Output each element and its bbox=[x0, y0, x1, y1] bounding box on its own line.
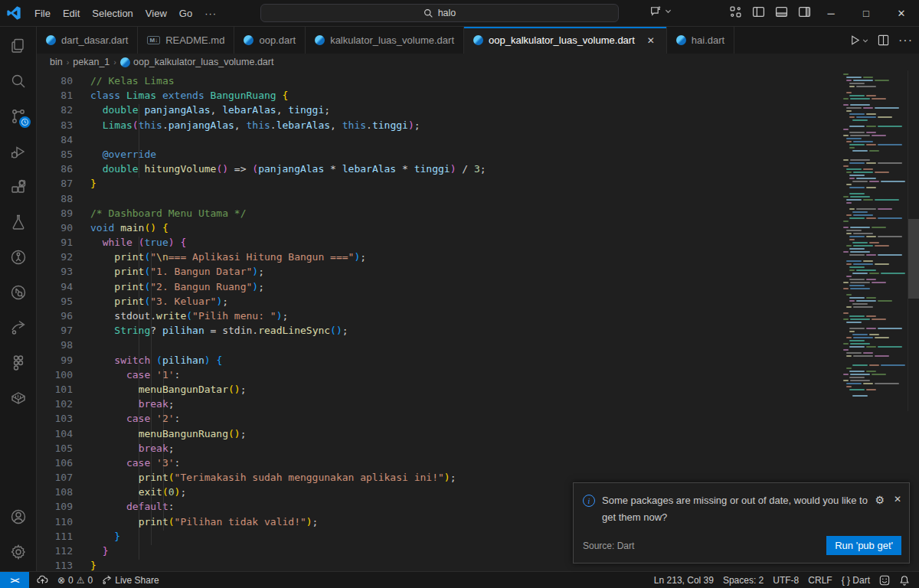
line-content: stdout.write("Pilih menu: "); bbox=[73, 309, 288, 323]
activity-blocks-icon[interactable] bbox=[0, 345, 37, 381]
breadcrumb-segment-oop_kalkulator_luas_volume.dart[interactable]: oop_kalkulator_luas_volume.dart bbox=[120, 57, 273, 67]
line-content: } bbox=[73, 176, 96, 191]
minimap[interactable] bbox=[840, 70, 908, 411]
code-line-88[interactable]: 88 bbox=[37, 191, 835, 206]
menu-item-file[interactable]: File bbox=[28, 5, 57, 22]
tab-dart_dasar.dart[interactable]: dart_dasar.dart bbox=[37, 27, 138, 54]
code-line-82[interactable]: 82 double panjangAlas, lebarAlas, tinggi… bbox=[37, 103, 835, 117]
status-crlf[interactable]: CRLF bbox=[803, 572, 836, 588]
menu-overflow[interactable]: ··· bbox=[198, 5, 223, 22]
code-line-92[interactable]: 92 print("\n=== Aplikasi Hitung Bangun =… bbox=[37, 250, 835, 264]
breadcrumb-segment-bin[interactable]: bin bbox=[50, 57, 63, 67]
activity-explorer-icon[interactable] bbox=[0, 28, 37, 64]
activity-circle-search-icon[interactable] bbox=[0, 275, 37, 310]
command-center-search[interactable]: halo bbox=[260, 4, 619, 22]
minimize-button[interactable]: ─ bbox=[813, 0, 849, 26]
code-line-89[interactable]: 89/* Dashboard Menu Utama */ bbox=[37, 206, 835, 220]
code-line-102[interactable]: 102 break; bbox=[37, 397, 835, 411]
code-line-98[interactable]: 98 bbox=[37, 338, 835, 352]
activity-testing-icon[interactable] bbox=[0, 204, 37, 240]
activity-accounts-icon[interactable] bbox=[0, 499, 37, 534]
toggle-sidebar-icon[interactable] bbox=[752, 5, 765, 18]
activity-search-icon[interactable] bbox=[0, 64, 37, 99]
code-line-95[interactable]: 95 print("3. Keluar"); bbox=[37, 294, 835, 309]
code-line-83[interactable]: 83 Limas(this.panjangAlas, this.lebarAla… bbox=[37, 118, 835, 132]
status-utf-8[interactable]: UTF-8 bbox=[768, 572, 803, 588]
publish-changes-button[interactable] bbox=[32, 572, 53, 588]
code-line-81[interactable]: 81class Limas extends BangunRuang { bbox=[37, 88, 835, 103]
menu-item-selection[interactable]: Selection bbox=[86, 5, 139, 22]
run-button[interactable] bbox=[849, 34, 868, 46]
tab-close-icon[interactable]: ✕ bbox=[645, 34, 657, 47]
code-line-105[interactable]: 105 break; bbox=[37, 441, 835, 456]
code-line-99[interactable]: 99 switch (pilihan) { bbox=[37, 353, 835, 368]
copilot-button[interactable] bbox=[649, 5, 672, 18]
toggle-panel-icon[interactable] bbox=[775, 5, 788, 18]
errors-icon: ⊗ bbox=[57, 575, 65, 586]
code-line-84[interactable]: 84 bbox=[37, 132, 835, 147]
copilot-icon bbox=[649, 5, 662, 18]
activity-extensions-icon[interactable] bbox=[0, 169, 37, 204]
menu-item-view[interactable]: View bbox=[139, 5, 173, 22]
notification-close-icon[interactable]: ✕ bbox=[894, 494, 901, 505]
line-content: case '3': bbox=[73, 456, 180, 470]
activity-source-control-icon[interactable] bbox=[0, 99, 37, 134]
status-spaces-2[interactable]: Spaces: 2 bbox=[718, 572, 768, 588]
toggle-secondary-sidebar-icon[interactable] bbox=[798, 5, 811, 18]
code-line-90[interactable]: 90void main() { bbox=[37, 220, 835, 235]
code-line-97[interactable]: 97 String? pilihan = stdin.readLineSync(… bbox=[37, 323, 835, 338]
editor-scrollbar[interactable] bbox=[908, 219, 919, 299]
source-control-badge bbox=[19, 116, 31, 128]
notification-settings-icon[interactable]: ⚙ bbox=[875, 494, 885, 506]
activity-container-icon[interactable] bbox=[0, 381, 37, 416]
line-content: menuBangunDatar(); bbox=[73, 382, 247, 397]
status-dart[interactable]: { } Dart bbox=[837, 572, 875, 588]
notifications-bell-icon[interactable] bbox=[894, 572, 914, 588]
tab-oop.dart[interactable]: oop.dart bbox=[234, 27, 306, 54]
split-editor-icon[interactable] bbox=[878, 34, 889, 46]
status-ln-213-col-39[interactable]: Ln 213, Col 39 bbox=[649, 572, 718, 588]
code-line-86[interactable]: 86 double hitungVolume() => (panjangAlas… bbox=[37, 162, 835, 176]
activity-settings-icon[interactable] bbox=[0, 534, 37, 570]
run-pub-get-button[interactable]: Run 'pub get' bbox=[826, 536, 901, 555]
close-window-button[interactable]: ✕ bbox=[884, 0, 919, 26]
line-content bbox=[73, 191, 90, 206]
line-number: 89 bbox=[37, 206, 73, 220]
tab-kalkulator_luas_volume.dart[interactable]: kalkulator_luas_volume.dart bbox=[306, 27, 464, 54]
code-line-94[interactable]: 94 print("2. Bangun Ruang"); bbox=[37, 279, 835, 294]
activity-run-debug-icon[interactable] bbox=[0, 134, 37, 169]
dart-file-icon bbox=[473, 35, 483, 45]
tab-oop_kalkulator_luas_volume.dart[interactable]: oop_kalkulator_luas_volume.dart✕ bbox=[464, 27, 667, 54]
tab-hai.dart[interactable]: hai.dart bbox=[667, 27, 734, 54]
code-line-93[interactable]: 93 print("1. Bangun Datar"); bbox=[37, 264, 835, 279]
breadcrumb-segment-pekan_1[interactable]: pekan_1 bbox=[73, 57, 110, 67]
problems-indicator[interactable]: ⊗ 0 ⚠ 0 bbox=[53, 572, 97, 588]
maximize-button[interactable]: □ bbox=[849, 0, 884, 26]
code-line-96[interactable]: 96 stdout.write("Pilih menu: "); bbox=[37, 309, 835, 323]
line-number: 97 bbox=[37, 323, 73, 338]
activity-share-arrow-icon[interactable] bbox=[0, 310, 37, 345]
code-line-91[interactable]: 91 while (true) { bbox=[37, 235, 835, 250]
line-number: 96 bbox=[37, 309, 73, 323]
line-number: 101 bbox=[37, 382, 73, 397]
more-actions-icon[interactable]: ··· bbox=[898, 34, 913, 47]
live-share-button[interactable]: Live Share bbox=[97, 572, 163, 588]
feedback-smiley-icon[interactable] bbox=[875, 572, 894, 588]
customize-layout-icon[interactable] bbox=[729, 5, 742, 18]
activity-circle-graph-icon[interactable] bbox=[0, 240, 37, 275]
code-line-106[interactable]: 106 case '3': bbox=[37, 456, 835, 470]
line-content: break; bbox=[73, 441, 175, 456]
menu-item-go[interactable]: Go bbox=[173, 5, 198, 22]
code-line-80[interactable]: 80// Kelas Limas bbox=[37, 74, 835, 88]
code-line-104[interactable]: 104 menuBangunRuang(); bbox=[37, 426, 835, 441]
menu-item-edit[interactable]: Edit bbox=[57, 5, 86, 22]
tab-label: README.md bbox=[165, 34, 224, 46]
code-line-85[interactable]: 85 @override bbox=[37, 147, 835, 162]
markdown-file-icon: M↓ bbox=[147, 36, 160, 44]
code-line-101[interactable]: 101 menuBangunDatar(); bbox=[37, 382, 835, 397]
code-line-100[interactable]: 100 case '1': bbox=[37, 368, 835, 382]
remote-indicator[interactable]: >< bbox=[0, 572, 29, 588]
code-line-103[interactable]: 103 case '2': bbox=[37, 411, 835, 426]
code-line-87[interactable]: 87} bbox=[37, 176, 835, 191]
tab-README.md[interactable]: M↓README.md bbox=[138, 27, 234, 54]
